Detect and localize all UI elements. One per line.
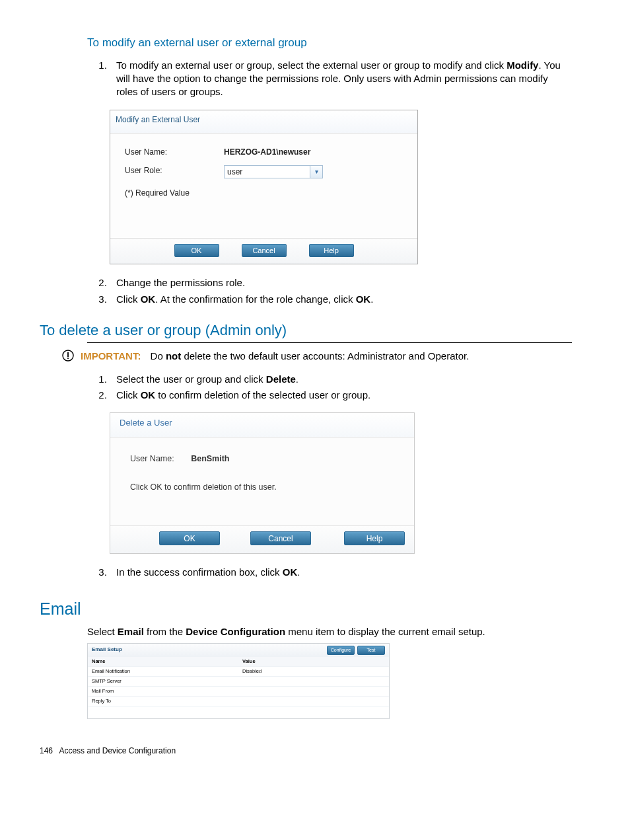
imp-b: delete the two default user accounts: Ad… [181,350,469,362]
cancel-button[interactable]: Cancel [242,244,287,257]
chapter-title: Access and Device Configuration [59,746,176,755]
cell: Mail From [88,687,238,697]
cell [238,676,389,686]
important-icon [62,350,74,362]
d2a: Click [116,389,141,401]
step3-a: Click [116,293,141,305]
step3-mid: . At the confirmation for the role chang… [155,293,356,305]
d2-ok-button[interactable]: OK [159,531,220,545]
ei-suf: menu item to display the current email s… [285,626,485,637]
d3c: . [297,566,300,578]
step1-bold: Modify [507,59,538,71]
cell: SMTP Server [88,676,238,686]
chevron-down-icon[interactable]: ▾ [310,166,322,178]
d1b: Delete [266,373,296,385]
required-note: (*) Required Value [125,188,190,198]
cell [238,697,389,706]
delete-user-dialog: Delete a User User Name: BenSmith Click … [110,412,415,554]
svg-rect-2 [67,358,69,360]
imp-bold: not [166,350,181,362]
step3-b1: OK [141,293,156,305]
d2-username-label: User Name: [130,454,174,463]
important-label: IMPORTANT: [81,350,141,362]
ok-button[interactable]: OK [174,244,219,257]
userrole-select[interactable]: user ▾ [224,165,323,178]
step1-text-a: To modify an external user or group, sel… [116,59,507,71]
dialog-title: Modify an External User [110,110,417,134]
email-table: Name Value Email NotificationDisabled SM… [88,657,389,707]
ei-mid: from the [144,626,186,637]
email-setup-panel: Email Setup Configure Test Name Value Em… [87,643,390,720]
heading-modify-external: To modify an external user or external g… [87,36,572,51]
ei-b2: Device Configuration [186,626,285,637]
figure-delete-dialog: Delete a User User Name: BenSmith Click … [110,412,572,554]
figure-modify-dialog: Modify an External User User Name: HERZO… [110,110,572,265]
dialog2-title: Delete a User [110,413,414,438]
table-row: SMTP Server [88,676,389,686]
userrole-value: user [227,167,242,177]
d2c: to confirm deletion of the selected user… [155,389,370,401]
important-note: IMPORTANT: Do not delete the two default… [58,350,572,363]
d2-cancel-button[interactable]: Cancel [250,531,311,545]
d3b: OK [283,566,298,578]
del-step-2: Click OK to confirm deletion of the sele… [110,389,572,402]
d2b: OK [141,389,156,401]
step-1: To modify an external user or group, sel… [110,59,572,99]
configure-button[interactable]: Configure [327,646,355,655]
table-row: Email NotificationDisabled [88,666,389,676]
d3a: In the success confirmation box, click [116,566,283,578]
cell: Reply To [88,697,238,706]
del-step-1: Select the user or group and click Delet… [110,373,572,386]
username-value: HERZOG-AD1\newuser [224,147,310,157]
step-2: Change the permissions role. [110,276,572,289]
cell: Email Notification [88,666,238,676]
page-number: 146 [40,746,53,755]
test-button[interactable]: Test [357,646,385,655]
step3-suf: . [370,293,373,305]
userrole-label: User Role: [125,165,224,178]
step3-b2: OK [356,293,371,305]
d2-help-button[interactable]: Help [344,531,405,545]
heading-email: Email [40,598,572,621]
col-value: Value [238,657,389,667]
username-label: User Name: [125,147,224,157]
table-row: Mail From [88,687,389,697]
ei-b1: Email [118,626,144,637]
imp-a: Do [151,350,166,362]
d1c: . [296,373,298,385]
email-intro: Select Email from the Device Configurati… [87,625,572,638]
modify-external-user-dialog: Modify an External User User Name: HERZO… [110,110,418,265]
table-row: Reply To [88,697,389,706]
d2-username-value: BenSmith [191,454,229,463]
del-step-3: In the success confirmation box, click O… [110,566,572,579]
cell: Disabled [238,666,389,676]
cell [238,687,389,697]
svg-rect-1 [67,352,69,357]
ei-a: Select [87,626,118,637]
col-name: Name [88,657,238,667]
rule [87,342,572,343]
d2-confirm-text: Click OK to confirm deletion of this use… [130,482,402,493]
help-button[interactable]: Help [309,244,354,257]
email-setup-title: Email Setup [92,646,122,654]
heading-delete-user: To delete a user or group (Admin only) [40,321,572,340]
page-footer: 146 Access and Device Configuration [40,745,572,756]
d1a: Select the user or group and click [116,373,266,385]
step-3: Click OK. At the confirmation for the ro… [110,293,572,306]
